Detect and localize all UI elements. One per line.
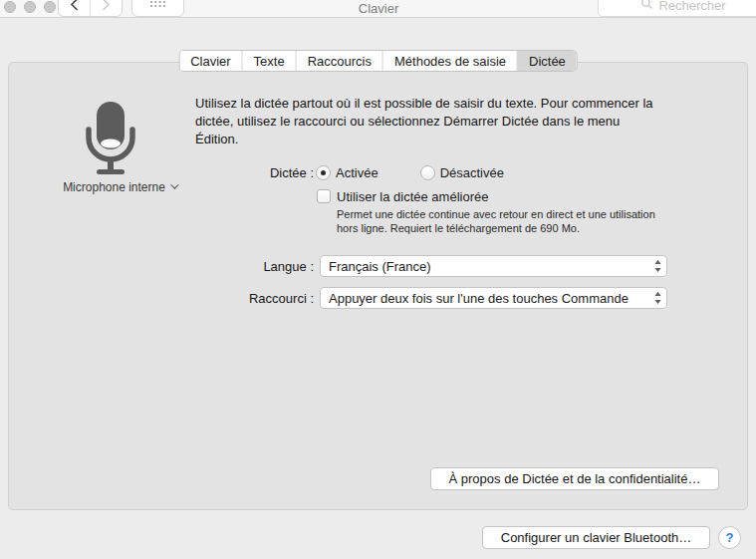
help-line: hors ligne. Requiert le téléchargement d…: [337, 221, 707, 235]
enhanced-dictation-checkbox[interactable]: [317, 189, 331, 203]
description-line: Utilisez la dictée partout où il est pos…: [195, 95, 713, 113]
tab-bar: Clavier Texte Raccourcis Méthodes de sai…: [178, 50, 578, 72]
tab-texte[interactable]: Texte: [243, 51, 297, 71]
window-title: Clavier: [249, 1, 508, 16]
nav-back-forward-group: [58, 0, 123, 17]
microphone-source-label: Microphone interne: [63, 180, 165, 194]
dictation-radio-group: Activée Désactivée: [316, 164, 504, 181]
help-button[interactable]: ?: [718, 526, 741, 549]
question-mark-icon: ?: [726, 530, 734, 545]
dictation-label: Dictée :: [139, 165, 314, 180]
radio-desactivee[interactable]: [420, 165, 435, 180]
microphone-icon: [86, 100, 135, 177]
updown-chevrons-icon: [648, 259, 666, 273]
about-dictation-privacy-button[interactable]: À propos de Dictée et de la confidential…: [430, 467, 719, 490]
chevron-down-icon: [170, 180, 178, 188]
show-all-preferences-button[interactable]: [131, 0, 184, 17]
radio-desactivee-label: Désactivée: [440, 165, 504, 180]
shortcut-value: Appuyer deux fois sur l'une des touches …: [321, 291, 648, 306]
tab-methodes-de-saisie[interactable]: Méthodes de saisie: [383, 51, 518, 71]
chevron-left-icon: [70, 0, 79, 14]
tab-raccourcis[interactable]: Raccourcis: [297, 51, 383, 71]
system-preferences-window: Clavier Rechercher Clavier Texte Raccour…: [0, 0, 756, 559]
back-button[interactable]: [59, 0, 90, 16]
zoom-window-button[interactable]: [44, 1, 56, 13]
search-placeholder: Rechercher: [658, 0, 725, 13]
forward-button[interactable]: [91, 0, 122, 16]
search-icon: [640, 0, 653, 13]
microphone-source-selector[interactable]: Microphone interne: [20, 180, 219, 194]
enhanced-dictation-help: Permet une dictée continue avec retour e…: [337, 207, 707, 235]
radio-activee-label: Activée: [336, 165, 378, 180]
grid-dots-icon: [149, 0, 166, 11]
toolbar: Clavier Rechercher: [0, 0, 756, 18]
chevron-right-icon: [102, 0, 111, 14]
language-value: Français (France): [321, 259, 648, 274]
dictation-description: Utilisez la dictée partout où il est pos…: [195, 95, 713, 148]
shortcut-label: Raccourci :: [139, 291, 314, 306]
shortcut-popup[interactable]: Appuyer deux fois sur l'une des touches …: [320, 287, 667, 309]
updown-chevrons-icon: [648, 291, 666, 305]
enhanced-dictation-row: Utiliser la dictée améliorée: [317, 188, 488, 204]
radio-activee[interactable]: [316, 165, 331, 180]
tab-clavier[interactable]: Clavier: [179, 51, 242, 71]
configure-bluetooth-keyboard-button[interactable]: Configurer un clavier Bluetooth…: [482, 526, 710, 549]
description-line: Édition.: [195, 131, 713, 148]
minimize-window-button[interactable]: [24, 1, 36, 13]
help-line: Permet une dictée continue avec retour e…: [337, 207, 707, 221]
description-line: dictée, utilisez le raccourci ou sélecti…: [195, 113, 713, 131]
enhanced-dictation-label: Utiliser la dictée améliorée: [337, 189, 488, 204]
search-input[interactable]: Rechercher: [598, 0, 756, 17]
close-window-button[interactable]: [4, 1, 16, 13]
language-popup[interactable]: Français (France): [320, 255, 667, 277]
tab-dictee[interactable]: Dictée: [518, 51, 577, 71]
language-label: Langue :: [139, 259, 314, 274]
